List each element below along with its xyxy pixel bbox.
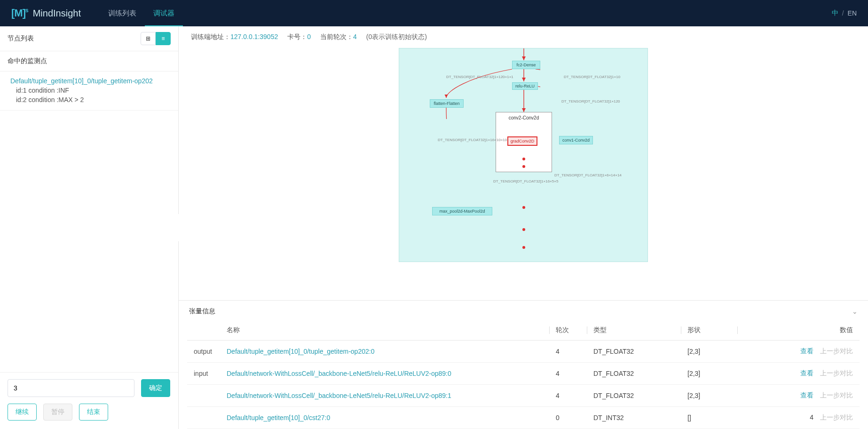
cell-type: DT_FLOAT32	[587, 385, 681, 407]
cell-group: output	[187, 341, 220, 363]
confirm-button[interactable]: 确定	[141, 379, 170, 397]
end-button[interactable]: 结束	[79, 404, 108, 421]
app-logo: [M]s MindInsight	[11, 7, 81, 19]
graph-canvas-wrap[interactable]: fc2-Dense relu-ReLU flatten-Flatten conv…	[179, 48, 868, 300]
view-grid-button[interactable]: ⊞	[141, 32, 156, 45]
cell-value: 查看上一步对比	[737, 385, 860, 407]
table-row: Default/tuple_getitem[10]_0/cst27:00DT_I…	[187, 407, 860, 429]
cell-type: DT_INT32	[587, 407, 681, 429]
watchpoint-condition: id:1 condition :INF	[10, 87, 171, 94]
addr-label: 训练端地址：	[191, 33, 230, 40]
th-round: 轮次	[549, 320, 587, 341]
graph-edge-label: DT_TENSOR[DT_FLOAT32]1×10	[564, 75, 620, 79]
cell-group: input	[187, 363, 220, 385]
continue-button[interactable]: 继续	[8, 404, 37, 421]
tensor-section-title: 张量信息	[189, 307, 215, 316]
graph-edge-label: DT_TENSOR[DT_FLOAT32]1×6×14×14	[554, 173, 622, 177]
table-row: Default/network-WithLossCell/_backbone-L…	[187, 385, 860, 407]
view-link[interactable]: 查看	[800, 391, 813, 399]
top-nav: 训练列表 调试器	[100, 0, 183, 26]
graph-node-conv1[interactable]: conv1-Conv2d	[559, 136, 593, 144]
sidebar-title: 节点列表	[8, 34, 34, 43]
list-icon: ≡	[161, 35, 165, 42]
cell-shape: []	[681, 407, 737, 429]
watchpoint-list: Default/tuple_getitem[10]_0/tuple_getite…	[0, 72, 178, 372]
th-name: 名称	[220, 320, 549, 341]
graph-edge-label: DT_TENSOR[DT_FLOAT32]1×120	[561, 99, 620, 103]
graph-port-dot	[522, 246, 525, 249]
step-input[interactable]	[8, 379, 134, 397]
cell-round: 4	[549, 341, 587, 363]
numeric-value: 4	[810, 413, 813, 421]
graph-edge-label: DT_TENSOR[DT_FLOAT32]1×120×1×1	[446, 75, 513, 79]
sidebar: 节点列表 ⊞ ≡ 命中的监测点 Default/tuple_getitem[10…	[0, 26, 179, 429]
sidebar-footer: 确定 继续 暂停 结束	[0, 372, 178, 429]
compare-link: 上一步对比	[820, 391, 853, 399]
graph-node-flatten[interactable]: flatten-Flatten	[430, 99, 464, 108]
chevron-down-icon: ⌄	[852, 308, 858, 315]
graph-node-maxpool[interactable]: max_pool2d-MaxPool2d	[432, 207, 492, 215]
cell-shape: [2,3]	[681, 385, 737, 407]
graph-node-relu[interactable]: relu-ReLU	[512, 82, 538, 90]
cell-round: 4	[549, 363, 587, 385]
tensor-table: 名称 轮次 类型 形状 数值 outputDefault/tuple_getit…	[187, 320, 860, 429]
cell-round: 0	[549, 407, 587, 429]
compare-link: 上一步对比	[820, 347, 853, 355]
table-row: outputDefault/tuple_getitem[10]_0/tuple_…	[187, 341, 860, 363]
round-note: (0表示训练初始状态)	[366, 33, 427, 41]
cell-shape: [2,3]	[681, 341, 737, 363]
cell-name: Default/tuple_getitem[10]_0/tuple_getite…	[220, 341, 549, 363]
lang-zh[interactable]: 中	[832, 9, 838, 17]
cell-name: Default/network-WithLossCell/_backbone-L…	[220, 363, 549, 385]
logo-mark: [M]s	[11, 7, 28, 19]
cell-type: DT_FLOAT32	[587, 363, 681, 385]
tensor-name-link[interactable]: Default/tuple_getitem[10]_0/cst27:0	[227, 414, 330, 421]
graph-node-fc2[interactable]: fc2-Dense	[512, 61, 540, 69]
watchpoint-link[interactable]: Default/tuple_getitem[10]_0/tuple_getite…	[10, 77, 171, 85]
graph-port-dot	[522, 206, 525, 209]
grid-icon: ⊞	[146, 35, 150, 42]
compare-link: 上一步对比	[820, 369, 853, 377]
tensor-section: 张量信息 ⌄ 名称 轮次 类型 形状 数值 outputDefault/t	[179, 300, 868, 429]
card-label: 卡号：	[287, 33, 307, 40]
pause-button: 暂停	[43, 404, 72, 421]
addr-value: 127.0.0.1:39052	[230, 33, 278, 40]
app-brand: MindInsight	[33, 8, 81, 19]
tensor-name-link[interactable]: Default/tuple_getitem[10]_0/tuple_getite…	[227, 348, 374, 355]
content: 训练端地址：127.0.0.1:39052 卡号：0 当前轮次：4 (0表示训练…	[179, 26, 868, 429]
app-header: [M]s MindInsight 训练列表 调试器 中 / EN	[0, 0, 868, 26]
view-list-button[interactable]: ≡	[156, 32, 171, 45]
view-link[interactable]: 查看	[800, 369, 813, 377]
th-value: 数值	[737, 320, 860, 341]
cell-value: 4上一步对比	[737, 407, 860, 429]
cell-name: Default/network-WithLossCell/_backbone-L…	[220, 385, 549, 407]
sidebar-subheading: 命中的监测点	[0, 51, 178, 72]
th-shape: 形状	[681, 320, 737, 341]
tensor-name-link[interactable]: Default/network-WithLossCell/_backbone-L…	[227, 370, 451, 377]
graph-edge-label: DT_TENSOR[DT_FLOAT32]1×16×10×10	[438, 138, 507, 142]
cell-group	[187, 385, 220, 407]
graph-canvas[interactable]: fc2-Dense relu-ReLU flatten-Flatten conv…	[399, 48, 648, 262]
round-value: 4	[353, 33, 357, 40]
language-switch: 中 / EN	[832, 9, 857, 17]
cell-type: DT_FLOAT32	[587, 341, 681, 363]
lang-sep: /	[842, 9, 844, 17]
nav-debugger[interactable]: 调试器	[145, 0, 183, 26]
graph-port-dot	[522, 228, 525, 231]
tensor-name-link[interactable]: Default/network-WithLossCell/_backbone-L…	[227, 392, 451, 399]
tensor-collapse-button[interactable]: ⌄	[852, 308, 858, 315]
cell-value: 查看上一步对比	[737, 363, 860, 385]
graph-group-title: conv2-Conv2d	[496, 115, 552, 120]
graph-node-gradconv2d[interactable]: gradConv2D	[507, 136, 537, 146]
nav-train-list[interactable]: 训练列表	[100, 0, 145, 26]
watchpoint-item[interactable]: Default/tuple_getitem[10]_0/tuple_getite…	[0, 72, 178, 111]
cell-shape: [2,3]	[681, 363, 737, 385]
cell-round: 4	[549, 385, 587, 407]
round-label: 当前轮次：	[320, 33, 353, 40]
cell-value: 查看上一步对比	[737, 341, 860, 363]
table-row: inputDefault/network-WithLossCell/_backb…	[187, 363, 860, 385]
lang-en[interactable]: EN	[848, 9, 857, 17]
cell-group	[187, 407, 220, 429]
view-link[interactable]: 查看	[800, 347, 813, 355]
graph-edge-label: DT_TENSOR[DT_FLOAT32]1×16×5×5	[493, 179, 558, 183]
